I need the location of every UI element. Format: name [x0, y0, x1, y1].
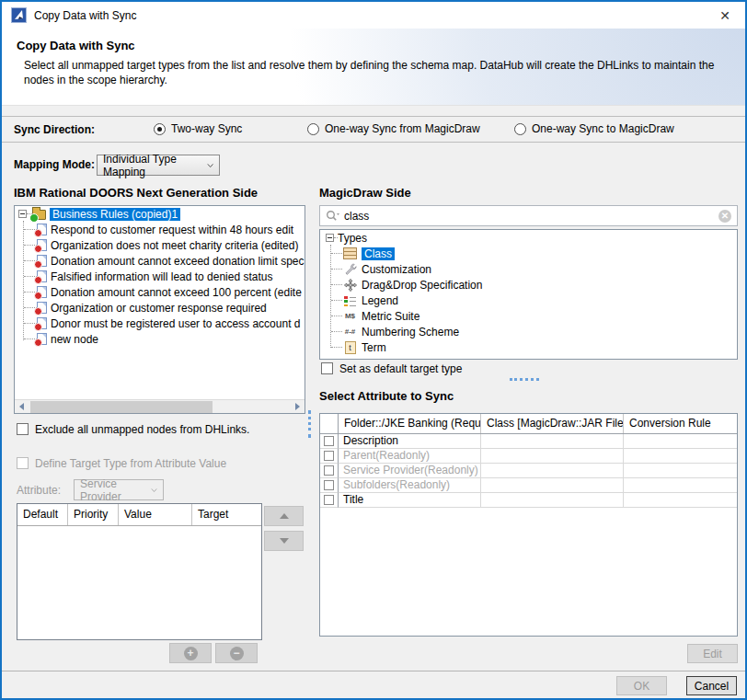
cancel-button[interactable]: Cancel — [686, 676, 737, 695]
tree-item-label[interactable]: Customization — [358, 263, 431, 276]
tree-row-numbering-scheme[interactable]: #-# Numbering Scheme — [320, 324, 737, 339]
tree-item-label[interactable]: Numbering Scheme — [358, 326, 459, 339]
tree-connector — [331, 269, 342, 270]
document-red-badge-icon — [37, 317, 47, 329]
tree-item-label[interactable]: new node — [47, 333, 98, 346]
table-row-title[interactable]: Title — [320, 493, 737, 508]
tree-row-types-root[interactable]: Types — [320, 230, 737, 246]
tree-item-label[interactable]: Organization or customer response requir… — [47, 302, 267, 315]
checkbox-icon[interactable] — [324, 451, 334, 461]
tree-row[interactable]: new node — [15, 331, 305, 347]
tree-row-term[interactable]: t Term — [320, 339, 737, 355]
tree-row-root[interactable]: Business Rules (copied)1 — [15, 206, 305, 222]
table-row-service-provider[interactable]: Service Provider(Readonly) — [320, 464, 737, 478]
tree-row-customization[interactable]: Customization — [320, 261, 737, 277]
attribute-name[interactable]: Description — [339, 434, 481, 449]
close-icon[interactable]: ✕ — [714, 8, 736, 23]
tree-row[interactable]: Donor must be registered user to access … — [15, 316, 305, 331]
types-tree[interactable]: Types Class Customization Drag&Drop — [319, 229, 738, 360]
attribute-name[interactable]: Service Provider(Readonly) — [339, 464, 481, 478]
tree-row[interactable]: Respond to customer request within 48 ho… — [15, 222, 305, 237]
title-bar: Copy Data with Sync ✕ — [2, 2, 745, 29]
mapped-value-cell[interactable] — [481, 478, 624, 493]
tree-row-legend[interactable]: Legend — [320, 293, 737, 308]
left-panel-heading: IBM Rational DOORS Next Generation Side — [14, 186, 258, 200]
attribute-name[interactable]: Parent(Readonly) — [339, 449, 481, 464]
tree-item-label[interactable]: Falsified information will lead to denie… — [47, 270, 272, 283]
set-default-target-type-checkbox[interactable]: Set as default target type — [321, 362, 462, 375]
mapping-mode-select[interactable]: Individual Type Mapping — [97, 155, 220, 176]
table-row-subfolders[interactable]: Subfolders(Readonly) — [320, 478, 737, 493]
checkbox-icon[interactable] — [321, 362, 333, 374]
tree-item-label[interactable]: Term — [358, 341, 386, 354]
conversion-rule-cell[interactable] — [624, 434, 737, 449]
mapped-value-cell[interactable] — [481, 464, 624, 478]
radio-button-icon[interactable] — [514, 123, 526, 135]
plus-icon: + — [184, 647, 198, 660]
document-red-badge-icon — [37, 333, 47, 345]
tree-row[interactable]: Organization or customer response requir… — [15, 300, 305, 316]
tree-item-label[interactable]: Class — [362, 247, 395, 260]
tree-row-dragdrop-specification[interactable]: Drag&Drop Specification — [320, 277, 737, 293]
tree-item-label[interactable]: Metric Suite — [358, 310, 419, 323]
tree-root-label[interactable]: Types — [338, 232, 367, 245]
tree-item-label[interactable]: Drag&Drop Specification — [358, 279, 482, 292]
radio-button-icon[interactable] — [154, 123, 166, 135]
column-header: Folder::/JKE Banking (Requi... — [339, 414, 481, 433]
scroll-left-icon[interactable] — [15, 400, 29, 414]
tree-row[interactable]: Donation amount cannot exceed 100 percen… — [15, 284, 305, 300]
conversion-rule-cell[interactable] — [624, 478, 737, 493]
attribute-select: Service Provider — [74, 479, 164, 500]
horizontal-scrollbar[interactable] — [15, 399, 305, 413]
radio-label: One-way Sync to MagicDraw — [532, 122, 674, 135]
conversion-rule-cell[interactable] — [624, 464, 737, 478]
collapse-toggle-icon[interactable] — [326, 234, 334, 242]
attribute-value-table[interactable]: Default Priority Value Target — [17, 503, 262, 640]
attribute-name[interactable]: Title — [339, 493, 481, 508]
doors-tree[interactable]: Business Rules (copied)1 Respond to cust… — [14, 205, 305, 414]
attribute-name[interactable]: Subfolders(Readonly) — [339, 478, 481, 493]
conversion-rule-cell[interactable] — [624, 493, 737, 508]
checkbox-icon[interactable] — [17, 423, 29, 435]
minus-icon: − — [230, 647, 244, 660]
vertical-splitter-handle[interactable] — [308, 410, 311, 438]
tree-item-label[interactable]: Legend — [358, 294, 398, 307]
radio-two-way-sync[interactable]: Two-way Sync — [154, 122, 242, 135]
tree-row[interactable]: Organization does not meet charity crite… — [15, 237, 305, 253]
mapped-value-cell[interactable] — [481, 434, 624, 449]
tree-row[interactable]: Falsified information will lead to denie… — [15, 269, 305, 284]
tree-item-label[interactable]: Respond to customer request within 48 ho… — [47, 224, 293, 236]
scroll-right-icon[interactable] — [291, 400, 305, 414]
tree-item-label[interactable]: Organization does not meet charity crite… — [47, 239, 298, 252]
table-row-parent[interactable]: Parent(Readonly) — [320, 449, 737, 464]
table-row-description[interactable]: Description — [320, 434, 737, 449]
conversion-rule-cell[interactable] — [624, 449, 737, 464]
sync-direction-band: Sync Direction: Two-way Sync One-way Syn… — [2, 116, 745, 143]
attribute-value: Service Provider — [80, 477, 144, 503]
tree-row-metric-suite[interactable]: M$ Metric Suite — [320, 308, 737, 324]
search-icon[interactable] — [326, 210, 339, 222]
mapped-value-cell[interactable] — [481, 449, 624, 464]
type-search-field[interactable]: class ✕ — [319, 205, 738, 226]
attribute-sync-table[interactable]: Folder::/JKE Banking (Requi... Class [Ma… — [319, 413, 738, 637]
horizontal-splitter-handle[interactable] — [510, 378, 539, 381]
checkbox-icon[interactable] — [324, 436, 334, 446]
clear-search-icon[interactable]: ✕ — [718, 210, 731, 223]
tree-root-label[interactable]: Business Rules (copied)1 — [50, 208, 180, 221]
exclude-unmapped-checkbox[interactable]: Exclude all unmapped nodes from DHLinks. — [17, 423, 249, 436]
tree-item-label[interactable]: Donor must be registered user to access … — [47, 317, 300, 330]
tree-item-label[interactable]: Donation amount cannot exceed donation l… — [47, 255, 305, 268]
checkbox-icon[interactable] — [324, 495, 334, 505]
scrollbar-thumb[interactable] — [30, 401, 213, 413]
radio-button-icon[interactable] — [307, 123, 319, 135]
search-input[interactable]: class — [344, 210, 718, 223]
collapse-toggle-icon[interactable] — [18, 210, 27, 218]
radio-one-way-from-magicdraw[interactable]: One-way Sync from MagicDraw — [307, 122, 480, 135]
tree-item-label[interactable]: Donation amount cannot exceed 100 percen… — [47, 286, 302, 299]
checkbox-icon[interactable] — [324, 465, 334, 476]
tree-row[interactable]: Donation amount cannot exceed donation l… — [15, 253, 305, 269]
radio-one-way-to-magicdraw[interactable]: One-way Sync to MagicDraw — [514, 122, 674, 135]
checkbox-icon[interactable] — [324, 480, 334, 490]
mapped-value-cell[interactable] — [481, 493, 624, 508]
tree-row-class[interactable]: Class — [320, 246, 737, 261]
